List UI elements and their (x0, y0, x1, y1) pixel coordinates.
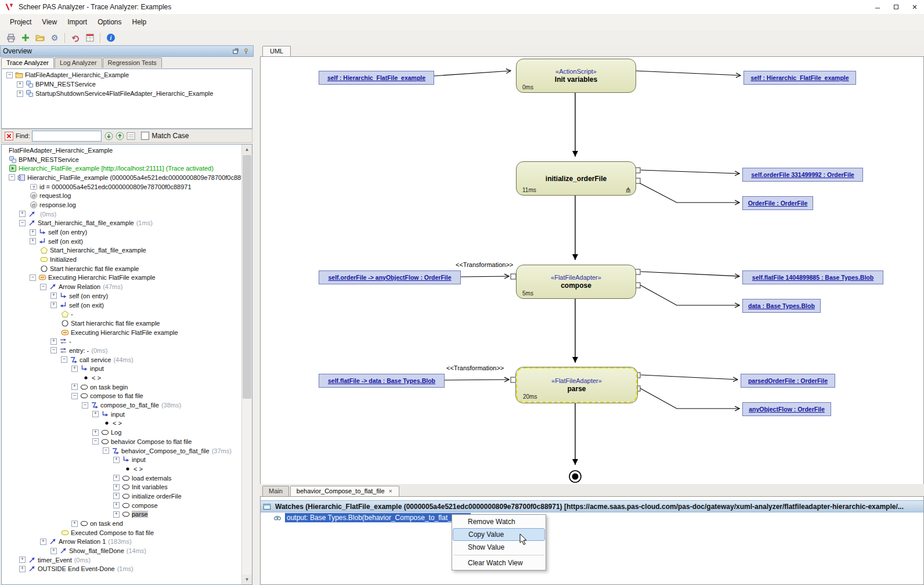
uml-object-node[interactable]: data : Base Types.Blob (742, 299, 821, 313)
tree-expander[interactable]: + (30, 229, 36, 236)
tree-item[interactable]: −Start_hierarchic_flat_file_example(1ms) (2, 219, 242, 228)
menu-options[interactable]: Options (92, 15, 127, 29)
minimize-button[interactable] (868, 0, 887, 14)
tree-item[interactable]: +self (on exit) (2, 237, 242, 246)
tab-trace-analyzer[interactable]: Trace Analyzer (1, 57, 54, 68)
tree-item[interactable]: +- (2, 337, 242, 346)
float-panel-icon[interactable] (231, 47, 240, 55)
tree-expander[interactable]: − (30, 275, 36, 281)
tree-item[interactable]: Executed Compose to flat file (2, 528, 242, 537)
scroll-thumb[interactable] (243, 155, 251, 399)
scroll-up-button[interactable]: ▲ (242, 145, 252, 154)
tree-item[interactable]: Start_hierarchic_flat_file_example (2, 246, 242, 255)
menu-item-remove-watch[interactable]: Remove Watch (453, 515, 545, 528)
uml-action-node-init-variables[interactable]: «ActionScript»Init variables0ms (516, 59, 636, 93)
maximize-button[interactable] (887, 0, 905, 14)
tree-item[interactable]: −behavior_Compose_to_flat_file(37ms) (2, 446, 242, 456)
print-button[interactable] (3, 31, 18, 44)
tree-item[interactable]: −compose_to_flat_file(38ms) (2, 400, 242, 410)
tree-item[interactable]: −Arrow Relation(47ms) (2, 282, 242, 291)
tree-expander[interactable]: + (50, 302, 57, 308)
close-tab-icon[interactable]: × (388, 488, 393, 494)
tree-expander[interactable]: − (40, 284, 46, 290)
menu-item-clear-watch-view[interactable]: Clear Watch View (453, 557, 545, 569)
uml-object-node[interactable]: parsedOrderFile : OrderFile (741, 374, 835, 388)
menu-item-show-value[interactable]: Show Value (453, 541, 545, 554)
tree-item[interactable]: +self (on entry) (2, 228, 242, 237)
pin-panel-icon[interactable] (241, 47, 251, 55)
tree-expander[interactable]: + (71, 521, 78, 527)
undo-button[interactable] (68, 31, 82, 44)
uml-object-node[interactable]: OrderFile : OrderFile (742, 196, 813, 210)
match-case-checkbox[interactable] (141, 132, 149, 140)
tree-item[interactable]: +timer_Event(0ms) (2, 555, 242, 565)
tab-main[interactable]: Main (262, 486, 289, 496)
tree-expander[interactable]: + (50, 548, 57, 554)
tab-regression-tests[interactable]: Regression Tests (103, 57, 162, 68)
tree-item[interactable]: +BPMN_RESTService (2, 80, 252, 89)
tree-expander[interactable]: − (103, 447, 109, 454)
tree-expander[interactable]: + (19, 557, 26, 563)
tree-expander[interactable]: + (92, 411, 99, 417)
menu-import[interactable]: Import (62, 15, 92, 29)
tree-expander[interactable]: + (113, 493, 120, 499)
uml-object-node[interactable]: self : Hierarchic_FlatFile_example (319, 71, 434, 85)
tree-expander[interactable]: + (19, 211, 26, 217)
trace-button[interactable] (82, 31, 97, 44)
tree-expander[interactable]: − (19, 220, 26, 226)
tab-behavior-compose-to-flat-file[interactable]: behavior_Compose_to_flat_file× (290, 486, 399, 496)
panel-splitter[interactable] (254, 45, 260, 585)
tree-expander[interactable]: + (113, 484, 120, 490)
settings-button[interactable]: ⚙ (47, 31, 62, 44)
tree-item[interactable]: +input (2, 410, 242, 419)
tree-expander[interactable]: + (50, 292, 57, 299)
find-input[interactable] (32, 131, 102, 142)
tree-expander[interactable]: + (30, 238, 36, 244)
tree-item[interactable]: +compose (2, 501, 242, 510)
scroll-down-button[interactable]: ▼ (242, 575, 252, 584)
tree-item[interactable]: < > (2, 373, 242, 382)
tree-expander[interactable]: + (19, 566, 26, 572)
info-button[interactable]: i (103, 31, 118, 44)
tab-log-analyzer[interactable]: Log Analyzer (55, 57, 102, 68)
uml-object-node[interactable]: self.orderFile 331499992 : OrderFile (742, 168, 863, 182)
tree-scrollbar[interactable]: ▲ ▼ (241, 145, 252, 584)
uml-action-node-compose[interactable]: «FlatFileAdapter»compose5ms (516, 265, 636, 299)
tree-item[interactable]: +Show_flat_fileDone(14ms) (2, 546, 242, 555)
tree-expander[interactable]: − (71, 393, 78, 399)
tree-item[interactable]: Initialized (2, 255, 242, 264)
tree-item[interactable]: ?id = 0000005a4e521edc0000000809e78700f0… (2, 182, 242, 192)
tree-expander[interactable]: + (50, 338, 57, 345)
tree-item[interactable]: −call service(44ms) (2, 355, 242, 364)
find-previous-icon[interactable] (115, 131, 124, 140)
tree-item[interactable]: < > (2, 464, 242, 474)
tree-expander[interactable]: + (71, 384, 78, 390)
uml-action-node-initialize-orderfile[interactable]: initialize_orderFile11ms⋔ (516, 161, 636, 196)
tree-item[interactable]: +load externals (2, 474, 242, 483)
tree-item[interactable]: Start hierarchic flat file example (2, 264, 242, 273)
watch-item[interactable]: output: Base Types.Blob(behavior_Compose… (261, 512, 923, 523)
tree-item[interactable]: @request.log (2, 191, 242, 200)
tree-item[interactable]: BPMN_RESTService (2, 155, 242, 164)
uml-pin[interactable] (511, 274, 516, 279)
tree-expander[interactable]: + (92, 429, 99, 436)
tree-item[interactable]: −compose to flat file (2, 392, 242, 401)
tree-item[interactable]: −Executing Hierarchic FlatFile example (2, 273, 242, 283)
tree-expander[interactable]: − (61, 356, 67, 363)
uml-object-node[interactable]: anyObjectFlow : OrderFile (742, 402, 831, 416)
tree-item[interactable]: +Init variables (2, 482, 242, 492)
tree-expander[interactable]: + (113, 475, 120, 481)
tab-uml[interactable]: UML (262, 46, 291, 56)
uml-action-node-parse[interactable]: «FlatFileAdapter»parse20ms (516, 367, 637, 403)
tree-item[interactable]: +Log (2, 428, 242, 437)
tree-item[interactable]: < > (2, 419, 242, 428)
tree-item[interactable]: @response.log (2, 200, 242, 210)
tree-expander[interactable]: + (40, 539, 46, 545)
tree-item[interactable]: +on task end (2, 519, 242, 528)
tree-item[interactable]: +OUTSIDE End Event-Done(1ms) (2, 565, 242, 574)
tree-item[interactable]: +input (2, 455, 242, 464)
tree-item[interactable]: −behavior Compose to flat file (2, 437, 242, 446)
open-button[interactable] (33, 31, 47, 44)
uml-object-node[interactable]: self.flatFile 1404899885 : Base Types.Bl… (742, 270, 883, 284)
find-highlight-icon[interactable] (126, 131, 135, 140)
